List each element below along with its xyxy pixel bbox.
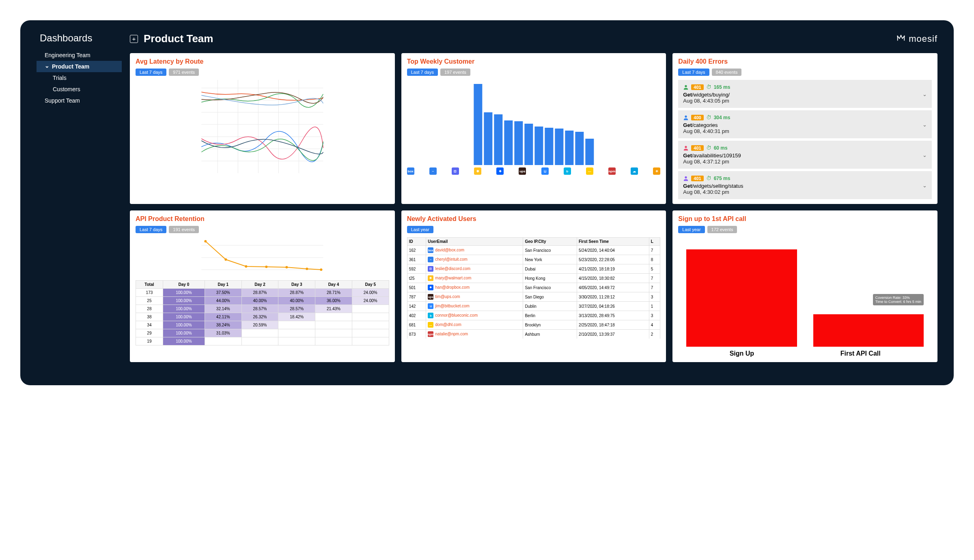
table-header: L [649,238,660,246]
user-email-cell: ✱mary@walmart.com [426,274,523,283]
table-row[interactable]: 787 upstim@ups.com San Diego 3/30/2020, … [407,292,660,302]
table-row[interactable]: 501 ❖han@dropbox.com San Francisco 4/05/… [407,283,660,292]
period-badge[interactable]: Last year [407,226,433,233]
card-retention: API Product Retention Last 7 days 191 ev… [130,210,395,362]
error-row[interactable]: 401 ⏱ 165 ms Get/widgets/buying/ Aug 08,… [678,80,932,108]
sidebar-item-product-team[interactable]: ⌄Product Team [37,61,122,72]
table-row: 38100.00%42.11%26.32%18.42% [136,313,389,321]
svg-point-30 [685,176,687,178]
status-code-badge: 401 [691,176,703,181]
svg-point-39 [306,268,308,270]
user-time-cell: 3/13/2020, 28:49:75 [577,311,649,320]
user-city-cell: Ashburn [523,330,577,339]
user-city-cell: Dubai [523,264,577,274]
error-path: Get/widgets/buying/ [683,92,927,98]
events-badge: 971 events [169,69,199,76]
user-id-cell: t25 [407,274,426,283]
status-code-badge: 401 [691,145,703,151]
table-cell: 37.50% [205,289,241,297]
logo: moesif [896,33,937,44]
table-row[interactable]: 873 npmnatalie@npm.com Ashburn 2/10/2020… [407,330,660,339]
table-header: Day 2 [241,281,278,289]
table-cell: 28 [136,305,163,313]
sidebar-item-customers[interactable]: Customers [37,84,122,95]
sidebar-item-label: Customers [53,86,80,92]
period-badge[interactable]: Last 7 days [407,69,438,76]
user-l-cell: 7 [649,283,660,292]
table-row[interactable]: 681 —dom@dhl.com Brooklyn 2/25/2020, 18:… [407,320,660,330]
table-row: 29100.00%31.03% [136,329,389,337]
sidebar: Dashboards Engineering Team⌄Product Team… [37,32,122,365]
user-city-cell: San Francisco [523,246,577,255]
user-l-cell: 7 [649,246,660,255]
period-badge[interactable]: Last 7 days [136,226,166,233]
svg-rect-15 [474,84,482,165]
sidebar-item-trials[interactable]: Trials [37,72,122,84]
clock-icon: ⏱ [706,84,711,90]
user-icon [683,145,689,151]
table-row[interactable]: 162 boxdavid@box.com San Francisco 5/24/… [407,246,660,255]
user-l-cell: 4 [649,320,660,330]
user-city-cell: Brooklyn [523,320,577,330]
table-cell: 100.00% [163,297,205,305]
company-icon: ~ [428,257,433,262]
table-cell: 20.59% [241,321,278,329]
funnel-bar-signup [686,249,797,347]
svg-rect-20 [524,124,533,165]
table-cell: 19 [136,337,163,345]
table-cell [352,313,389,321]
svg-rect-26 [585,139,594,165]
salesforce-icon: ☁ [631,167,638,175]
table-cell [352,305,389,313]
error-row[interactable]: 400 ⏱ 304 ms Get/categories Aug 08, 4:40… [678,110,932,138]
table-cell: 28.71% [315,289,352,297]
table-cell: 100.00% [163,305,205,313]
period-badge[interactable]: Last year [678,226,705,233]
table-row[interactable]: 361 ~cheryl@intuit.com New York 5/23/202… [407,255,660,264]
customer-icons-row: box~⊡✱❖ups⊔b—npm☁☀ [407,167,661,175]
add-dashboard-button[interactable]: + [130,35,138,43]
chevron-down-icon: ⌄ [922,121,927,127]
user-email-cell: npmnatalie@npm.com [426,330,523,339]
sidebar-item-support-team[interactable]: Support Team [37,95,122,106]
users-table: IDUserEmailGeo IP.CItyFirst Seen TimeL 1… [407,237,661,339]
user-l-cell: 5 [649,264,660,274]
events-badge: 840 events [712,69,742,76]
table-row[interactable]: 142 ⊔jim@bitbucket.com Dublin 3/27/2020,… [407,302,660,311]
error-row[interactable]: 401 ⏱ 675 ms Get/widgets/selling/status … [678,171,932,199]
table-cell: 100.00% [163,337,205,345]
table-row: 25100.00%44.00%40.00%40.00%36.00%24.00% [136,297,389,305]
svg-rect-17 [494,114,502,165]
npm-icon: npm [608,167,616,175]
table-cell [241,329,278,337]
sidebar-item-label: Product Team [52,63,89,70]
error-row[interactable]: 401 ⏱ 60 ms Get/availabilities/109159 Au… [678,141,932,169]
svg-point-28 [685,115,687,117]
user-id-cell: 592 [407,264,426,274]
clock-icon: ⏱ [706,114,711,120]
card-title: Top Weekly Customer [407,58,661,65]
table-row[interactable]: t25 ✱mary@walmart.com Hong Kong 4/15/202… [407,274,660,283]
user-icon [683,115,689,120]
table-cell [205,337,241,345]
card-new-users: Newly Activated Users Last year IDUserEm… [401,210,666,362]
table-row[interactable]: 402 bconnor@blueconic.com Berlin 3/13/20… [407,311,660,320]
table-header: Day 3 [278,281,315,289]
page-title: Product Team [144,32,213,45]
card-daily-errors: Daily 400 Errors Last 7 days 840 events … [672,53,937,204]
events-badge: 197 events [440,69,470,76]
period-badge[interactable]: Last 7 days [678,69,709,76]
clock-icon: ⏱ [706,175,711,181]
sidebar-item-engineering-team[interactable]: Engineering Team [37,49,122,61]
table-row[interactable]: 592 ⊡leslie@discord.com Dubai 4/21/2020,… [407,264,660,274]
table-cell: 34 [136,321,163,329]
table-cell: 24.00% [352,297,389,305]
table-header: Day 0 [163,281,205,289]
user-email-cell: —dom@dhl.com [426,320,523,330]
user-city-cell: San Francisco [523,283,577,292]
walmart-icon: ✱ [474,167,481,175]
period-badge[interactable]: Last 7 days [136,69,166,76]
svg-rect-22 [545,128,553,165]
table-cell: 32.14% [205,305,241,313]
box-icon: box [407,167,414,175]
